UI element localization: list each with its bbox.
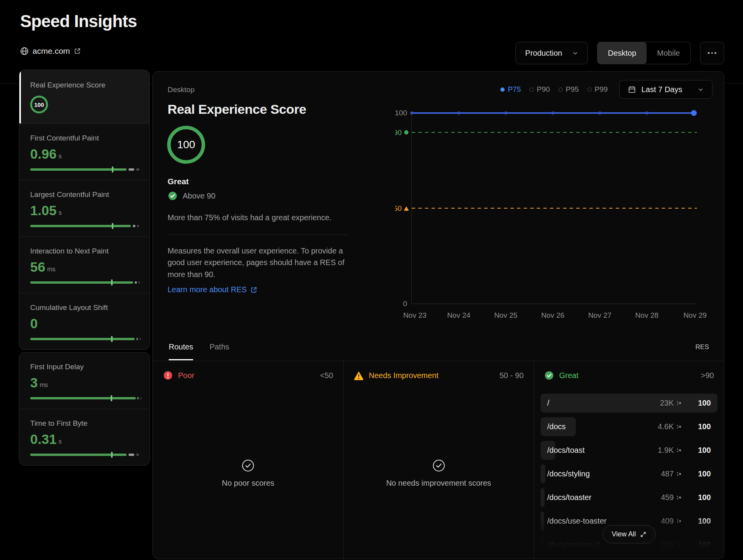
- warning-triangle-icon: [354, 370, 364, 380]
- info-divider: [168, 235, 348, 235]
- needs-improvement-empty-state: No needs improvement scores: [344, 459, 534, 488]
- metric-label: Cumulative Layout Shift: [30, 303, 139, 312]
- domain-link[interactable]: acme.com: [20, 46, 81, 56]
- route-score: 100: [681, 493, 711, 502]
- route-count: 23K: [660, 399, 674, 408]
- page-title: Speed Insights: [20, 12, 137, 31]
- poor-column: Poor <50 No poor scores: [153, 361, 343, 559]
- globe-icon: [20, 47, 29, 55]
- y-tick-90: 90: [395, 128, 402, 137]
- description-text: Measures the overall user experience. To…: [168, 245, 357, 280]
- learn-more-link[interactable]: Learn more about RES: [168, 285, 257, 294]
- chevron-down-icon: [572, 50, 578, 56]
- metric-marker: [112, 166, 113, 173]
- metric-unit: ms: [39, 382, 48, 389]
- route-path: /docs: [547, 422, 658, 431]
- radio-dot-icon: [558, 87, 563, 92]
- samples-icon: [676, 471, 681, 476]
- score-columns: Poor <50 No poor scores Needs Improvemen…: [153, 361, 724, 559]
- main-panel: Desktop Real Experience Score 100 Great …: [152, 71, 724, 559]
- route-traffic-bar: [541, 535, 544, 554]
- metric-label: Largest Contentful Paint: [30, 190, 139, 199]
- sidebar-metric-first-contentful-paint[interactable]: First Contentful Paint 0.96s: [19, 123, 149, 180]
- metric-label: First Input Delay: [30, 363, 139, 371]
- reference-marker-circle: [404, 130, 409, 135]
- device-tab-mobile[interactable]: Mobile: [647, 42, 690, 64]
- legend-p75[interactable]: P75: [500, 85, 521, 94]
- sidebar-metric-real-experience-score[interactable]: Real Experience Score 100: [19, 70, 149, 123]
- great-range: >90: [701, 371, 714, 380]
- summary-text: More than 75% of visits had a great expe…: [168, 213, 332, 222]
- sidebar-metric-first-input-delay[interactable]: First Input Delay 3ms: [19, 353, 149, 409]
- route-path: /: [547, 399, 660, 408]
- device-tab-desktop[interactable]: Desktop: [597, 42, 647, 64]
- legend-p95[interactable]: P95: [558, 85, 579, 94]
- tab-routes[interactable]: Routes: [169, 343, 193, 360]
- metric-value: 0: [30, 317, 139, 330]
- check-circle-outline-icon: [241, 459, 255, 473]
- metric-marker: [112, 223, 113, 229]
- route-count: 487: [661, 469, 674, 478]
- y-tick-0: 0: [403, 300, 407, 308]
- res-score-value: 100: [177, 139, 195, 151]
- metric-unit: s: [58, 438, 62, 446]
- score-ring: 100: [30, 96, 48, 113]
- route-row[interactable]: /docs/styling 487 100: [541, 464, 717, 483]
- needs-improvement-column: Needs Improvement 50 - 90 No needs impro…: [343, 361, 534, 559]
- sidebar-metric-largest-contentful-paint[interactable]: Largest Contentful Paint 1.05s: [19, 180, 149, 236]
- route-path: /docs/toaster: [547, 493, 661, 502]
- metric-card-group-legacy: First Input Delay 3ms Time to First Byte…: [19, 352, 150, 466]
- route-score: 100: [681, 399, 711, 408]
- poor-empty-state: No poor scores: [153, 459, 343, 488]
- metric-marker: [111, 452, 113, 458]
- route-traffic-bar: [541, 464, 545, 483]
- metric-threshold-bar: [30, 338, 139, 340]
- route-path: /docs/use-toaster: [547, 517, 661, 526]
- environment-select[interactable]: Production: [515, 42, 588, 64]
- radio-dot-icon: [529, 87, 534, 92]
- route-count: 359: [661, 540, 674, 549]
- sidebar-metric-cumulative-layout-shift[interactable]: Cumulative Layout Shift 0: [19, 293, 149, 349]
- percentile-legend: P75 P90 P95 P99: [500, 85, 608, 94]
- radio-dot-icon: [587, 87, 592, 92]
- tab-paths[interactable]: Paths: [209, 343, 229, 360]
- metric-value: 56ms: [30, 260, 139, 274]
- legend-p90[interactable]: P90: [529, 85, 550, 94]
- route-score: 100: [681, 540, 711, 549]
- view-all-button[interactable]: View All: [603, 525, 656, 543]
- reference-marker-triangle: [404, 206, 409, 211]
- date-range-select[interactable]: Last 7 Days: [619, 80, 712, 99]
- route-row[interactable]: / 23K 100: [541, 394, 717, 413]
- samples-icon: [676, 495, 681, 500]
- sidebar-metric-interaction-to-next-paint[interactable]: Interaction to Next Paint 56ms: [19, 236, 149, 293]
- route-score: 100: [681, 446, 711, 455]
- great-header: Great >90: [534, 361, 724, 380]
- route-path: /docs/styling: [547, 469, 661, 478]
- metric-marker: [111, 395, 112, 401]
- more-menu-button[interactable]: [700, 42, 724, 64]
- metric-marker: [111, 279, 113, 286]
- route-row[interactable]: /docs 4.6K 100: [541, 417, 717, 436]
- device-label: Desktop: [168, 86, 195, 94]
- alert-circle-icon: [163, 370, 173, 380]
- external-link-icon: [250, 286, 257, 293]
- route-score: 100: [681, 469, 711, 478]
- x-tick: Nov 28: [635, 311, 658, 319]
- metric-label: Interaction to Next Paint: [30, 247, 139, 255]
- poor-range: <50: [320, 371, 333, 380]
- res-score-ring: 100: [167, 126, 205, 164]
- needs-improvement-range: 50 - 90: [500, 371, 524, 380]
- legend-p99[interactable]: P99: [587, 85, 608, 94]
- column-metric-label: RES: [695, 343, 709, 351]
- metric-unit: s: [58, 153, 62, 161]
- metric-unit: ms: [47, 266, 55, 274]
- y-tick-50: 50: [395, 204, 402, 212]
- route-score: 100: [681, 422, 711, 431]
- route-row[interactable]: /docs/toaster 459 100: [541, 488, 717, 507]
- route-score: 100: [681, 517, 711, 526]
- sidebar-metric-time-to-first-byte[interactable]: Time to First Byte 0.31s: [19, 409, 149, 465]
- route-path: /docs/toast: [547, 446, 658, 455]
- samples-icon: [676, 401, 681, 406]
- check-circle-icon: [544, 370, 554, 380]
- route-row[interactable]: /docs/toast 1.9K 100: [541, 441, 717, 460]
